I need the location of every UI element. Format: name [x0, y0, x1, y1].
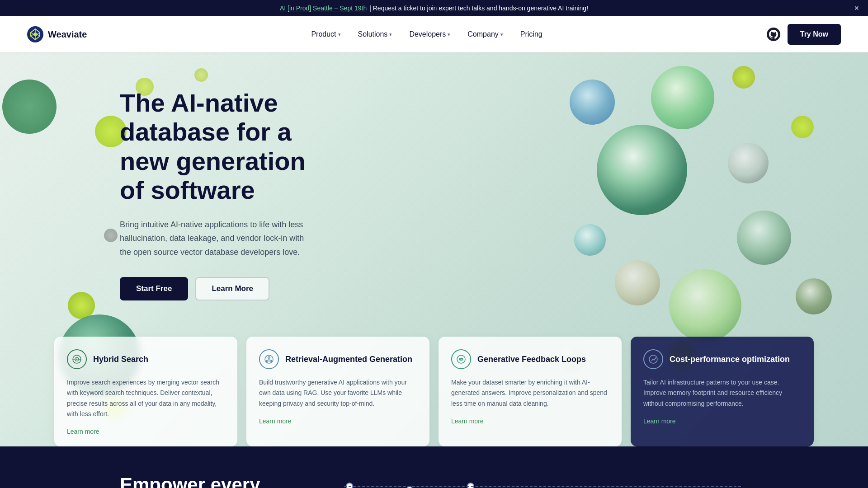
- deploy-dot: [346, 483, 353, 488]
- nav-links: Product ▾ Solutions ▾ Developers ▾ Compa…: [305, 27, 548, 42]
- svg-point-16: [268, 357, 270, 358]
- deployment-diagram: ServerlessCloud Enterprise Cloud Bring Y…: [337, 474, 748, 488]
- hero-buttons: Start Free Learn More: [120, 277, 316, 300]
- orb-decoration: [728, 143, 769, 183]
- card-body-feedback-loops: Make your dataset smarter by enriching i…: [451, 377, 609, 408]
- deploy-node-serverless: ServerlessCloud: [337, 483, 363, 488]
- orb-decoration: [570, 80, 615, 125]
- orb-decoration: [615, 260, 660, 305]
- orb-decoration: [574, 224, 606, 256]
- announcement-message: | Request a ticket to join expert tech t…: [369, 5, 588, 12]
- start-free-button[interactable]: Start Free: [120, 277, 188, 300]
- nav-item-solutions[interactable]: Solutions ▾: [352, 27, 399, 42]
- card-body-rag: Build trustworthy generative AI applicat…: [259, 377, 417, 408]
- chevron-down-icon: ▾: [500, 32, 503, 38]
- chevron-down-icon: ▾: [389, 32, 392, 38]
- card-header: Hybrid Search: [67, 349, 225, 369]
- try-now-button[interactable]: Try Now: [788, 24, 841, 45]
- deploy-node-byoc: Bring YourOwn Cloud: [457, 483, 484, 488]
- orb-decoration: [737, 211, 791, 265]
- orb-decoration: [651, 66, 714, 129]
- deploy-line: [344, 486, 741, 487]
- nav-link-product[interactable]: Product ▾: [305, 27, 347, 42]
- deploy-nodes: ServerlessCloud Enterprise Cloud Bring Y…: [337, 474, 748, 488]
- feature-card-hybrid-search: Hybrid Search Improve search experiences…: [54, 337, 237, 446]
- logo-text: Weaviate: [48, 29, 87, 40]
- svg-point-17: [266, 360, 268, 362]
- hybrid-search-icon: [67, 349, 87, 369]
- hero-title: The AI-native database for a new generat…: [120, 89, 316, 205]
- logo-icon: [27, 26, 43, 42]
- card-title-feedback-loops: Generative Feedback Loops: [477, 355, 586, 364]
- navbar: Weaviate Product ▾ Solutions ▾ Developer…: [0, 16, 868, 52]
- announcement-link[interactable]: AI [in Prod] Seattle – Sept 19th: [280, 5, 367, 12]
- learn-more-button[interactable]: Learn More: [195, 277, 269, 300]
- nav-item-company[interactable]: Company ▾: [461, 27, 509, 42]
- hero-content: The AI-native database for a new generat…: [0, 52, 316, 319]
- svg-line-20: [269, 358, 270, 360]
- card-header: Generative Feedback Loops: [451, 349, 609, 369]
- svg-point-12: [76, 359, 78, 360]
- feature-card-rag: Retrieval-Augmented Generation Build tru…: [246, 337, 429, 446]
- svg-point-9: [767, 28, 780, 41]
- nav-item-pricing[interactable]: Pricing: [514, 27, 549, 42]
- cost-performance-icon: [643, 349, 663, 369]
- bottom-title: Empower every developer to: [120, 474, 310, 488]
- rag-icon: [259, 349, 279, 369]
- nav-link-company[interactable]: Company ▾: [461, 27, 509, 42]
- feature-card-feedback-loops: Generative Feedback Loops Make your data…: [439, 337, 622, 446]
- card-title-hybrid-search: Hybrid Search: [93, 355, 148, 364]
- svg-point-18: [270, 360, 272, 362]
- card-body-hybrid-search: Improve search experiences by merging ve…: [67, 377, 225, 419]
- feature-cards: Hybrid Search Improve search experiences…: [0, 337, 868, 446]
- svg-point-21: [457, 355, 465, 363]
- orb-decoration: [669, 269, 741, 342]
- card-title-rag: Retrieval-Augmented Generation: [285, 355, 412, 364]
- feature-card-cost-performance: Cost-performance optimization Tailor AI …: [631, 337, 814, 446]
- svg-line-19: [268, 358, 269, 360]
- card-link-cost-performance[interactable]: Learn more: [643, 418, 676, 425]
- orb-decoration: [597, 125, 687, 215]
- chevron-down-icon: ▾: [338, 32, 341, 38]
- feedback-loops-icon: [451, 349, 471, 369]
- nav-link-solutions[interactable]: Solutions ▾: [352, 27, 399, 42]
- hero-subtitle: Bring intuitive AI-native applications t…: [120, 218, 316, 259]
- chevron-down-icon: ▾: [448, 32, 450, 38]
- bottom-section: Empower every developer to ServerlessClo…: [0, 446, 868, 488]
- orb-decoration: [732, 66, 755, 89]
- nav-right: Try Now: [767, 24, 841, 45]
- svg-point-2: [33, 33, 37, 36]
- card-header: Retrieval-Augmented Generation: [259, 349, 417, 369]
- github-icon[interactable]: [767, 28, 780, 41]
- orb-decoration: [791, 116, 814, 138]
- announcement-bar: AI [in Prod] Seattle – Sept 19th | Reque…: [0, 0, 868, 16]
- logo[interactable]: Weaviate: [27, 26, 87, 42]
- card-link-hybrid-search[interactable]: Learn more: [67, 428, 99, 435]
- nav-link-pricing[interactable]: Pricing: [514, 27, 549, 42]
- orb-decoration: [796, 278, 832, 314]
- card-link-feedback-loops[interactable]: Learn more: [451, 418, 484, 425]
- card-title-cost-performance: Cost-performance optimization: [670, 355, 790, 364]
- svg-point-22: [460, 358, 462, 360]
- announcement-close-button[interactable]: ×: [854, 4, 859, 13]
- hero-section: The AI-native database for a new generat…: [0, 52, 868, 446]
- card-link-rag[interactable]: Learn more: [259, 418, 292, 425]
- card-body-cost-performance: Tailor AI infrastructure patterns to you…: [643, 377, 801, 408]
- deploy-dot: [467, 483, 474, 488]
- nav-link-developers[interactable]: Developers ▾: [403, 27, 457, 42]
- nav-item-product[interactable]: Product ▾: [305, 27, 347, 42]
- card-header: Cost-performance optimization: [643, 349, 801, 369]
- nav-item-developers[interactable]: Developers ▾: [403, 27, 457, 42]
